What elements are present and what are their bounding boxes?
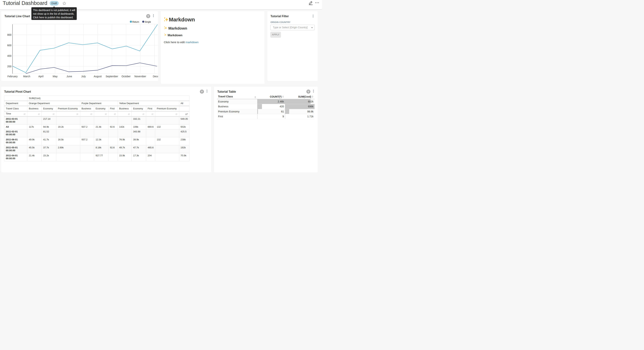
svg-text:200: 200 [7, 65, 12, 68]
svg-text:May: May [53, 75, 58, 78]
svg-text:October: October [122, 75, 130, 78]
svg-text:August: August [94, 75, 102, 78]
svg-text:July: July [81, 75, 86, 78]
svg-text:June: June [66, 75, 72, 78]
svg-text:September: September [106, 75, 118, 78]
svg-text:800: 800 [7, 33, 12, 36]
svg-text:Single: Single [145, 21, 151, 23]
svg-text:December: December [153, 75, 158, 78]
svg-text:400: 400 [7, 54, 12, 57]
svg-text:Return: Return [132, 21, 139, 23]
svg-text:February: February [8, 75, 18, 78]
svg-text:November: November [134, 75, 146, 78]
svg-text:March: March [23, 75, 30, 78]
svg-text:600: 600 [7, 44, 12, 47]
svg-text:April: April [38, 75, 43, 78]
